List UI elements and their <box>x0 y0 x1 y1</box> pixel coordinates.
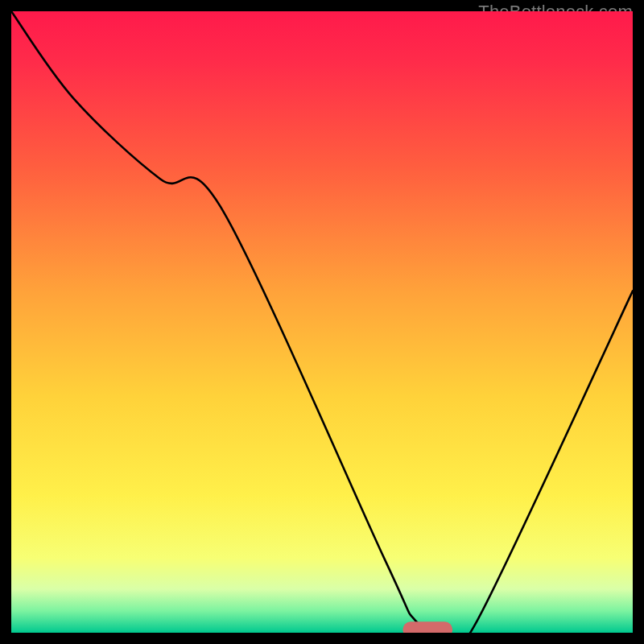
chart-svg <box>11 11 633 633</box>
optimum-marker <box>402 621 452 633</box>
chart-frame: TheBottleneck.com <box>0 0 644 644</box>
gradient-background <box>11 11 633 633</box>
plot-area <box>11 11 633 633</box>
